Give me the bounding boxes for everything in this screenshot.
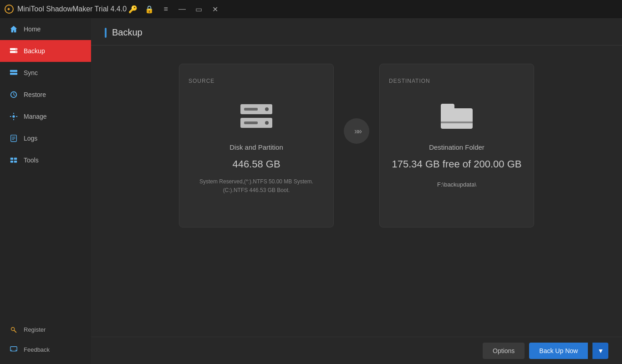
sidebar-label-restore: Restore	[24, 91, 46, 98]
sidebar-item-home[interactable]: Home	[0, 18, 91, 40]
close-button[interactable]: ✕	[209, 3, 221, 15]
sidebar-label-home: Home	[24, 25, 41, 33]
bottom-bar: Options Back Up Now ▼	[91, 337, 622, 364]
destination-icon-area	[441, 98, 473, 134]
logs-icon	[9, 134, 18, 143]
svg-rect-5	[10, 70, 17, 72]
home-icon	[9, 25, 18, 34]
sidebar-item-manage[interactable]: Manage	[0, 106, 91, 127]
source-size: 446.58 GB	[232, 158, 280, 170]
sidebar-item-register[interactable]: Register	[0, 319, 91, 339]
source-card[interactable]: SOURCE Disk and Partition 446.58 GB Syst…	[179, 64, 334, 228]
app-logo	[5, 5, 14, 14]
sidebar-item-restore[interactable]: Restore	[0, 84, 91, 106]
key-icon[interactable]: 🔑	[127, 3, 139, 15]
sidebar-label-manage: Manage	[24, 113, 47, 120]
sidebar-label-tools: Tools	[24, 157, 39, 164]
backup-icon	[9, 46, 18, 56]
chevron-down-icon: ▼	[597, 347, 604, 354]
minimize-button[interactable]: —	[176, 3, 189, 15]
menu-icon[interactable]: ≡	[159, 3, 172, 15]
folder-icon	[441, 104, 473, 129]
arrow-divider: »»	[334, 64, 379, 144]
svg-rect-14	[14, 158, 17, 160]
restore-icon	[9, 90, 18, 99]
disk-slot-1	[240, 104, 272, 114]
svg-point-4	[15, 51, 16, 52]
sidebar-label-sync: Sync	[24, 69, 38, 76]
svg-rect-6	[10, 73, 17, 75]
sidebar-label-feedback: Feedback	[24, 346, 50, 353]
destination-type: Destination Folder	[429, 143, 484, 151]
source-details: System Reserved,(*:).NTFS 50.00 MB Syste…	[199, 177, 313, 195]
disk-slot-2	[240, 118, 272, 128]
lock-icon[interactable]: 🔒	[143, 3, 156, 15]
content-area: Backup SOURCE Disk and Partition 446.58 …	[91, 18, 622, 364]
sync-icon	[9, 68, 18, 77]
source-label: SOURCE	[189, 78, 214, 84]
destination-label: DESTINATION	[389, 78, 430, 84]
sidebar-label-backup: Backup	[24, 47, 45, 55]
titlebar: MiniTool ShadowMaker Trial 4.4.0 🔑 🔒 ≡ —…	[0, 0, 622, 18]
svg-point-3	[15, 49, 16, 50]
sidebar-item-logs[interactable]: Logs	[0, 127, 91, 149]
tools-icon	[9, 156, 18, 165]
destination-card[interactable]: DESTINATION Destination Folder 175.34 GB…	[379, 64, 534, 228]
source-type: Disk and Partition	[229, 143, 283, 151]
disk-icon	[240, 104, 272, 128]
source-detail-line2: (C:).NTFS 446.53 GB Boot.	[199, 186, 313, 195]
sidebar-label-register: Register	[24, 326, 46, 333]
main-layout: Home Backup Sync	[0, 18, 622, 364]
page-title: Backup	[112, 27, 143, 38]
sidebar-item-backup[interactable]: Backup	[0, 40, 91, 62]
options-button[interactable]: Options	[483, 343, 525, 359]
key-nav-icon	[9, 325, 18, 334]
titlebar-title: MiniTool ShadowMaker Trial 4.4.0	[17, 5, 127, 13]
backup-content: SOURCE Disk and Partition 446.58 GB Syst…	[91, 46, 622, 337]
sidebar: Home Backup Sync	[0, 18, 91, 364]
window-controls: 🔑 🔒 ≡ — ▭ ✕	[127, 3, 221, 15]
backup-dropdown-button[interactable]: ▼	[592, 343, 608, 359]
sidebar-item-sync[interactable]: Sync	[0, 62, 91, 84]
destination-path: F:\backupdata\	[437, 181, 476, 188]
svg-point-8	[12, 115, 15, 117]
svg-rect-16	[14, 161, 17, 163]
destination-free: 175.34 GB free of 200.00 GB	[392, 158, 522, 170]
backup-now-button[interactable]: Back Up Now	[529, 343, 588, 359]
folder-body	[441, 108, 473, 129]
svg-rect-13	[10, 158, 13, 160]
sidebar-bottom: Register Feedback	[0, 319, 91, 364]
arrow-icon: »»	[344, 118, 369, 144]
page-header: Backup	[91, 18, 622, 46]
maximize-button[interactable]: ▭	[192, 3, 205, 15]
sidebar-label-logs: Logs	[24, 135, 37, 142]
source-detail-line1: System Reserved,(*:).NTFS 50.00 MB Syste…	[199, 177, 313, 186]
sidebar-item-tools[interactable]: Tools	[0, 149, 91, 171]
manage-icon	[9, 112, 18, 121]
feedback-icon	[9, 345, 18, 354]
folder-gap	[441, 121, 473, 123]
source-icon-area	[240, 98, 272, 134]
svg-rect-15	[10, 161, 13, 163]
sidebar-item-feedback[interactable]: Feedback	[0, 339, 91, 359]
page-title-accent	[105, 28, 107, 38]
